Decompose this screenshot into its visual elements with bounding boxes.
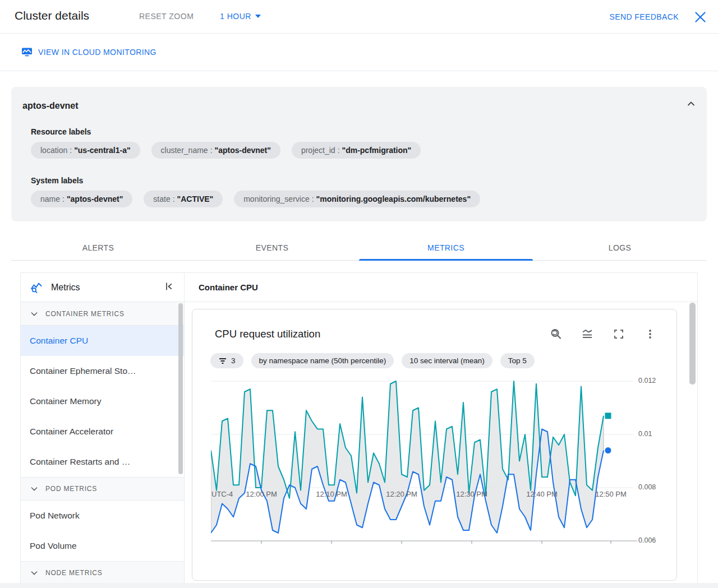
tab-logs[interactable]: LOGS <box>533 235 707 260</box>
metrics-content: Metrics CONTAINER METRICSContainer CPUCo… <box>20 272 698 583</box>
monitoring-link-row: VIEW IN CLOUD MONITORING <box>0 34 718 71</box>
sidebar-section-label: NODE METRICS <box>45 569 103 577</box>
y-axis-tick-label: 0.01 <box>638 430 652 438</box>
chart-chip-label: by namespace name (50th percentile) <box>259 356 386 365</box>
chart-toolbar <box>549 327 657 341</box>
scrollbar-thumb[interactable] <box>689 303 696 385</box>
stacked-chart-icon <box>581 327 594 341</box>
chart-chip-label: 10 sec interval (mean) <box>409 356 485 365</box>
sidebar-title: Metrics <box>51 283 163 293</box>
x-axis-tick-label: 12:10 PM <box>306 490 357 498</box>
cluster-details-panel: Cluster details RESET ZOOM 1 HOUR SEND F… <box>0 0 718 588</box>
metrics-sidebar: Metrics CONTAINER METRICSContainer CPUCo… <box>21 273 185 583</box>
y-axis-tick-label: 0.008 <box>638 483 656 491</box>
sidebar-section-header[interactable]: CONTAINER METRICS <box>21 302 184 326</box>
label-separator: : <box>338 146 340 155</box>
chevron-down-icon <box>30 484 39 493</box>
stacked-chart-button[interactable] <box>580 327 595 341</box>
view-in-cloud-monitoring-link[interactable]: VIEW IN CLOUD MONITORING <box>21 47 157 57</box>
sidebar-scrollbar <box>178 303 183 583</box>
label-chip: monitoring_service:"monitoring.googleapi… <box>234 191 480 207</box>
label-key: monitoring_service <box>243 195 310 203</box>
label-separator: : <box>210 146 213 155</box>
sidebar-section-header[interactable]: POD METRICS <box>21 477 184 501</box>
panel-scrollbar <box>689 303 696 583</box>
x-axis-tick-label: 12:00 PM <box>236 490 287 498</box>
scrollbar-thumb[interactable] <box>178 303 183 474</box>
label-chip: name:"aptos-devnet" <box>31 191 132 207</box>
label-key: location <box>40 146 67 155</box>
label-key: cluster_name <box>161 146 208 155</box>
sidebar-item[interactable]: Container Ephemeral Sto… <box>21 356 184 386</box>
y-axis-tick-label: 0.012 <box>638 377 656 385</box>
zoom-reset-icon <box>549 327 563 341</box>
tab-alerts[interactable]: ALERTS <box>11 235 185 260</box>
sidebar-item[interactable]: Container Memory <box>21 386 184 416</box>
tab-bar: ALERTSEVENTSMETRICSLOGS <box>11 235 707 261</box>
series-teal-end-marker <box>605 413 611 419</box>
caret-down-icon <box>255 15 261 18</box>
sidebar-header: Metrics <box>21 273 184 302</box>
label-key: name <box>40 195 60 203</box>
metrics-icon <box>30 281 43 294</box>
close-button[interactable] <box>693 10 707 24</box>
label-value: "monitoring.googleapis.com/kubernetes" <box>316 195 471 203</box>
page-title: Cluster details <box>15 9 89 22</box>
sidebar-item[interactable]: Container Restarts and … <box>21 447 184 477</box>
chevron-up-icon <box>685 98 697 109</box>
tab-metrics[interactable]: METRICS <box>359 235 533 260</box>
metric-panel: Container CPU CPU request utilization 3b… <box>185 273 697 583</box>
label-value: "dm-pcfmigration" <box>342 146 412 155</box>
label-chip: location:"us-central1-a" <box>31 142 140 159</box>
label-separator: : <box>173 195 175 203</box>
top-bar: Cluster details RESET ZOOM 1 HOUR SEND F… <box>0 0 718 34</box>
chart-card: CPU request utilization 3by namespace na… <box>192 309 677 581</box>
collapse-sidebar-button[interactable] <box>163 280 176 295</box>
time-range-value: 1 HOUR <box>220 12 251 21</box>
x-axis-tick-label: 12:40 PM <box>517 490 567 498</box>
more-options-button[interactable] <box>643 327 657 341</box>
chart-chip-label: Top 5 <box>508 356 527 365</box>
label-value: "us-central1-a" <box>74 146 130 155</box>
panel-title: Container CPU <box>185 273 697 302</box>
label-chip: state:"ACTIVE" <box>144 191 223 207</box>
chevron-down-icon <box>30 568 39 577</box>
cluster-name: aptos-devnet <box>22 101 79 111</box>
label-separator: : <box>312 195 314 203</box>
system-labels-row: name:"aptos-devnet"state:"ACTIVE"monitor… <box>31 191 480 207</box>
label-value: "ACTIVE" <box>177 195 214 203</box>
y-axis-tick-label: 0.006 <box>638 536 656 544</box>
collapse-panel-icon <box>164 281 175 292</box>
sidebar-item[interactable]: Container Accelerator <box>21 416 184 447</box>
time-range-dropdown[interactable]: 1 HOUR <box>220 12 261 21</box>
chart-title: CPU request utilization <box>215 328 320 340</box>
fullscreen-icon <box>612 327 625 341</box>
page-bottom-strip <box>0 583 718 588</box>
chevron-down-icon <box>30 309 39 318</box>
sidebar-item[interactable]: Pod Network <box>21 501 184 531</box>
zoom-reset-button[interactable] <box>549 327 563 341</box>
label-key: project_id <box>301 146 335 155</box>
reset-zoom-button[interactable]: RESET ZOOM <box>139 12 194 21</box>
cpu-utilization-chart[interactable] <box>211 365 637 545</box>
sidebar-item[interactable]: Pod Volume <box>21 531 184 561</box>
label-separator: : <box>62 195 65 203</box>
x-axis-tick-label: 12:20 PM <box>376 490 427 498</box>
sidebar-item[interactable]: Container CPU <box>21 326 184 356</box>
system-labels-title: System labels <box>31 176 83 185</box>
filter-icon <box>218 356 227 365</box>
tab-events[interactable]: EVENTS <box>185 235 359 260</box>
x-axis-tick-label: 12:50 PM <box>586 490 636 498</box>
x-axis-tick-label: 12:30 PM <box>447 490 497 498</box>
series-blue-end-marker <box>605 447 611 453</box>
more-options-icon <box>643 327 657 341</box>
label-value: "aptos-devnet" <box>67 195 123 203</box>
sidebar-section-header[interactable]: NODE METRICS <box>21 561 184 583</box>
label-key: state <box>153 195 170 203</box>
fullscreen-button[interactable] <box>611 327 626 341</box>
label-value: "aptos-devnet" <box>215 146 271 155</box>
label-separator: : <box>70 146 72 155</box>
cloud-monitoring-icon <box>21 47 33 57</box>
send-feedback-button[interactable]: SEND FEEDBACK <box>610 12 679 21</box>
collapse-card-button[interactable] <box>685 98 697 111</box>
